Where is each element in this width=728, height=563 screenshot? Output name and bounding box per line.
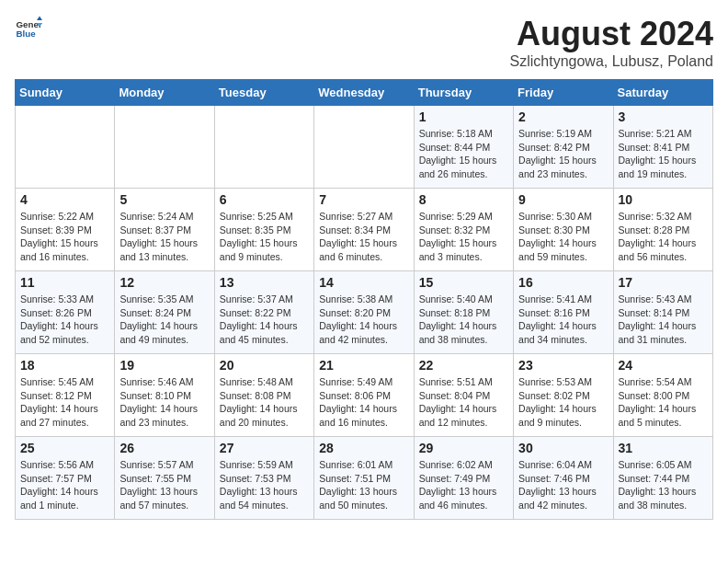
day-cell: 31Sunrise: 6:05 AM Sunset: 7:44 PM Dayli… bbox=[613, 437, 712, 520]
day-info: Sunrise: 5:57 AM Sunset: 7:55 PM Dayligh… bbox=[119, 458, 209, 512]
day-info: Sunrise: 5:54 AM Sunset: 8:00 PM Dayligh… bbox=[619, 375, 708, 430]
month-title: August 2024 bbox=[510, 15, 713, 53]
day-info: Sunrise: 5:30 AM Sunset: 8:30 PM Dayligh… bbox=[518, 210, 608, 264]
day-cell: 20Sunrise: 5:48 AM Sunset: 8:08 PM Dayli… bbox=[214, 354, 313, 437]
day-info: Sunrise: 5:25 AM Sunset: 8:35 PM Dayligh… bbox=[220, 210, 309, 264]
day-number: 1 bbox=[419, 109, 508, 124]
day-cell bbox=[16, 106, 115, 189]
day-info: Sunrise: 5:21 AM Sunset: 8:41 PM Dayligh… bbox=[619, 127, 708, 181]
day-cell: 14Sunrise: 5:38 AM Sunset: 8:20 PM Dayli… bbox=[314, 271, 414, 354]
day-info: Sunrise: 5:19 AM Sunset: 8:42 PM Dayligh… bbox=[518, 127, 608, 181]
day-cell: 17Sunrise: 5:43 AM Sunset: 8:14 PM Dayli… bbox=[613, 271, 712, 354]
day-number: 4 bbox=[20, 192, 109, 207]
day-info: Sunrise: 6:04 AM Sunset: 7:46 PM Dayligh… bbox=[518, 458, 608, 512]
day-cell bbox=[314, 106, 414, 189]
day-info: Sunrise: 6:02 AM Sunset: 7:49 PM Dayligh… bbox=[419, 458, 508, 512]
day-number: 30 bbox=[518, 441, 608, 455]
weekday-header-friday: Friday bbox=[514, 80, 613, 106]
day-info: Sunrise: 5:18 AM Sunset: 8:44 PM Dayligh… bbox=[419, 127, 508, 181]
calendar-table: SundayMondayTuesdayWednesdayThursdayFrid… bbox=[15, 79, 713, 520]
day-info: Sunrise: 5:41 AM Sunset: 8:16 PM Dayligh… bbox=[518, 293, 608, 347]
day-info: Sunrise: 5:37 AM Sunset: 8:22 PM Dayligh… bbox=[220, 293, 309, 347]
day-number: 20 bbox=[220, 358, 309, 373]
day-cell: 29Sunrise: 6:02 AM Sunset: 7:49 PM Dayli… bbox=[414, 437, 513, 520]
day-number: 14 bbox=[319, 275, 408, 290]
day-info: Sunrise: 5:29 AM Sunset: 8:32 PM Dayligh… bbox=[419, 210, 508, 264]
week-row-1: 1Sunrise: 5:18 AM Sunset: 8:44 PM Daylig… bbox=[16, 106, 713, 189]
day-number: 6 bbox=[220, 192, 309, 207]
day-cell bbox=[115, 106, 214, 189]
day-cell: 3Sunrise: 5:21 AM Sunset: 8:41 PM Daylig… bbox=[613, 106, 712, 189]
day-cell: 24Sunrise: 5:54 AM Sunset: 8:00 PM Dayli… bbox=[613, 354, 712, 437]
day-info: Sunrise: 5:27 AM Sunset: 8:34 PM Dayligh… bbox=[319, 210, 408, 264]
day-cell: 21Sunrise: 5:49 AM Sunset: 8:06 PM Dayli… bbox=[314, 354, 414, 437]
logo-icon: General Blue bbox=[15, 15, 42, 42]
location-title: Szlichtyngowa, Lubusz, Poland bbox=[510, 53, 713, 70]
day-info: Sunrise: 5:48 AM Sunset: 8:08 PM Dayligh… bbox=[220, 375, 309, 430]
day-cell: 12Sunrise: 5:35 AM Sunset: 8:24 PM Dayli… bbox=[115, 271, 214, 354]
day-number: 23 bbox=[518, 358, 608, 373]
week-row-2: 4Sunrise: 5:22 AM Sunset: 8:39 PM Daylig… bbox=[16, 189, 713, 271]
weekday-header-tuesday: Tuesday bbox=[214, 80, 313, 106]
day-cell: 6Sunrise: 5:25 AM Sunset: 8:35 PM Daylig… bbox=[214, 189, 313, 271]
week-row-4: 18Sunrise: 5:45 AM Sunset: 8:12 PM Dayli… bbox=[16, 354, 713, 437]
weekday-header-saturday: Saturday bbox=[613, 80, 712, 106]
day-number: 31 bbox=[619, 441, 708, 455]
day-cell bbox=[214, 106, 313, 189]
day-number: 26 bbox=[119, 441, 209, 455]
day-number: 24 bbox=[619, 358, 708, 373]
day-cell: 9Sunrise: 5:30 AM Sunset: 8:30 PM Daylig… bbox=[514, 189, 613, 271]
day-cell: 10Sunrise: 5:32 AM Sunset: 8:28 PM Dayli… bbox=[613, 189, 712, 271]
day-info: Sunrise: 5:32 AM Sunset: 8:28 PM Dayligh… bbox=[619, 210, 708, 264]
weekday-header-monday: Monday bbox=[115, 80, 214, 106]
day-number: 9 bbox=[518, 192, 608, 207]
svg-marker-2 bbox=[37, 17, 42, 21]
day-cell: 26Sunrise: 5:57 AM Sunset: 7:55 PM Dayli… bbox=[115, 437, 214, 520]
day-cell: 13Sunrise: 5:37 AM Sunset: 8:22 PM Dayli… bbox=[214, 271, 313, 354]
day-number: 18 bbox=[20, 358, 109, 373]
day-cell: 18Sunrise: 5:45 AM Sunset: 8:12 PM Dayli… bbox=[16, 354, 115, 437]
day-info: Sunrise: 5:56 AM Sunset: 7:57 PM Dayligh… bbox=[20, 458, 109, 512]
day-info: Sunrise: 5:53 AM Sunset: 8:02 PM Dayligh… bbox=[518, 375, 608, 430]
day-info: Sunrise: 5:43 AM Sunset: 8:14 PM Dayligh… bbox=[619, 293, 708, 347]
day-number: 27 bbox=[220, 441, 309, 455]
day-number: 22 bbox=[419, 358, 508, 373]
day-cell: 5Sunrise: 5:24 AM Sunset: 8:37 PM Daylig… bbox=[115, 189, 214, 271]
week-row-5: 25Sunrise: 5:56 AM Sunset: 7:57 PM Dayli… bbox=[16, 437, 713, 520]
calendar-body: 1Sunrise: 5:18 AM Sunset: 8:44 PM Daylig… bbox=[16, 106, 713, 520]
weekday-header-thursday: Thursday bbox=[414, 80, 513, 106]
title-area: August 2024 Szlichtyngowa, Lubusz, Polan… bbox=[510, 15, 713, 70]
day-number: 7 bbox=[319, 192, 408, 207]
day-info: Sunrise: 5:24 AM Sunset: 8:37 PM Dayligh… bbox=[119, 210, 209, 264]
day-cell: 7Sunrise: 5:27 AM Sunset: 8:34 PM Daylig… bbox=[314, 189, 414, 271]
day-number: 28 bbox=[319, 441, 408, 455]
day-info: Sunrise: 5:46 AM Sunset: 8:10 PM Dayligh… bbox=[119, 375, 209, 430]
day-number: 11 bbox=[20, 275, 109, 290]
day-number: 21 bbox=[319, 358, 408, 373]
day-cell: 19Sunrise: 5:46 AM Sunset: 8:10 PM Dayli… bbox=[115, 354, 214, 437]
day-cell: 16Sunrise: 5:41 AM Sunset: 8:16 PM Dayli… bbox=[514, 271, 613, 354]
day-info: Sunrise: 6:01 AM Sunset: 7:51 PM Dayligh… bbox=[319, 458, 408, 512]
day-number: 3 bbox=[619, 109, 708, 124]
day-cell: 22Sunrise: 5:51 AM Sunset: 8:04 PM Dayli… bbox=[414, 354, 513, 437]
weekday-header-wednesday: Wednesday bbox=[314, 80, 414, 106]
day-cell: 23Sunrise: 5:53 AM Sunset: 8:02 PM Dayli… bbox=[514, 354, 613, 437]
day-info: Sunrise: 5:35 AM Sunset: 8:24 PM Dayligh… bbox=[119, 293, 209, 347]
svg-text:Blue: Blue bbox=[17, 29, 37, 39]
day-number: 25 bbox=[20, 441, 109, 455]
day-info: Sunrise: 5:22 AM Sunset: 8:39 PM Dayligh… bbox=[20, 210, 109, 264]
logo: General Blue bbox=[15, 15, 42, 42]
day-number: 8 bbox=[419, 192, 508, 207]
day-info: Sunrise: 5:33 AM Sunset: 8:26 PM Dayligh… bbox=[20, 293, 109, 347]
day-number: 2 bbox=[518, 109, 608, 124]
day-cell: 2Sunrise: 5:19 AM Sunset: 8:42 PM Daylig… bbox=[514, 106, 613, 189]
day-info: Sunrise: 5:45 AM Sunset: 8:12 PM Dayligh… bbox=[20, 375, 109, 430]
weekday-header-sunday: Sunday bbox=[16, 80, 115, 106]
day-info: Sunrise: 5:40 AM Sunset: 8:18 PM Dayligh… bbox=[419, 293, 508, 347]
day-number: 5 bbox=[119, 192, 209, 207]
day-info: Sunrise: 5:59 AM Sunset: 7:53 PM Dayligh… bbox=[220, 458, 309, 512]
day-cell: 25Sunrise: 5:56 AM Sunset: 7:57 PM Dayli… bbox=[16, 437, 115, 520]
day-cell: 27Sunrise: 5:59 AM Sunset: 7:53 PM Dayli… bbox=[214, 437, 313, 520]
day-cell: 8Sunrise: 5:29 AM Sunset: 8:32 PM Daylig… bbox=[414, 189, 513, 271]
weekday-header-row: SundayMondayTuesdayWednesdayThursdayFrid… bbox=[16, 80, 713, 106]
